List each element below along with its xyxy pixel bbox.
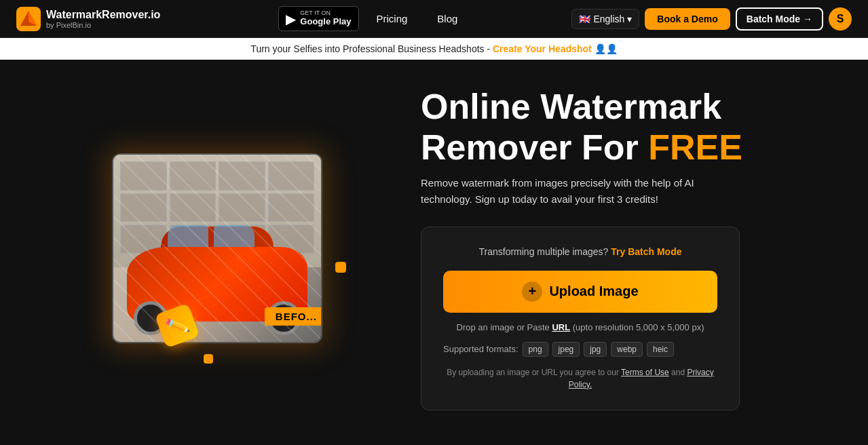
- bw: [219, 161, 265, 191]
- terms-of-use-link[interactable]: Terms of Use: [621, 368, 669, 377]
- demo-image-area: BEFO... ✏️: [41, 99, 394, 398]
- upload-btn-label: Upload Image: [549, 284, 638, 299]
- drop-text: Drop an image or Paste: [457, 322, 550, 332]
- avatar[interactable]: S: [829, 7, 852, 31]
- format-heic: heic: [647, 342, 674, 357]
- google-play-icon: ▶: [286, 11, 296, 27]
- url-paste-link[interactable]: URL: [552, 322, 570, 332]
- bw: [120, 161, 167, 191]
- hero-right: Online Watermark Remover For FREE Remove…: [421, 87, 814, 410]
- chevron-down-icon: ▾: [627, 14, 632, 24]
- hero-title-free: FREE: [648, 128, 742, 167]
- format-jpeg: jpeg: [552, 342, 580, 357]
- before-badge: BEFO...: [265, 307, 322, 326]
- logo-title: WatermarkRemover.io: [46, 8, 160, 21]
- accent-square-4: [204, 354, 213, 364]
- bw: [120, 193, 167, 222]
- logo-sub: by PixelBin.io: [46, 21, 160, 29]
- batch-mode-button[interactable]: Batch Mode →: [736, 7, 823, 31]
- navbar-center: ▶ GET IT ON Google Play Pricing Blog: [176, 6, 571, 31]
- batch-prompt-row: Transforming multiple images? Try Batch …: [443, 246, 717, 257]
- batch-prompt-text: Transforming multiple images?: [478, 246, 608, 257]
- flag-icon: 🇬🇧: [579, 14, 590, 24]
- bw: [170, 161, 216, 191]
- book-demo-button[interactable]: Book a Demo: [645, 8, 730, 30]
- hero-title-line1: Online Watermark: [421, 87, 721, 126]
- upload-image-button[interactable]: + Upload Image: [443, 271, 717, 313]
- plus-icon: +: [522, 282, 542, 302]
- drop-text-row: Drop an image or Paste URL (upto resolut…: [443, 322, 717, 332]
- nav-pricing[interactable]: Pricing: [364, 9, 420, 28]
- navbar: WatermarkRemover.io by PixelBin.io ▶ GET…: [0, 0, 868, 38]
- format-png: png: [523, 342, 548, 357]
- bw: [219, 193, 265, 222]
- announcement-link[interactable]: Create Your Headshot: [493, 43, 592, 54]
- language-selector[interactable]: 🇬🇧 English ▾: [571, 9, 639, 29]
- bw: [170, 193, 216, 222]
- nav-blog[interactable]: Blog: [425, 9, 470, 28]
- format-webp: webp: [611, 342, 643, 357]
- upload-card: Transforming multiple images? Try Batch …: [421, 227, 740, 410]
- lang-label: English: [593, 14, 624, 24]
- hero-title: Online Watermark Remover For FREE: [421, 87, 814, 168]
- formats-row: Supported formats: png jpeg jpg webp hei…: [443, 342, 717, 357]
- drop-resolution: (upto resolution 5,000 x 5,000 px): [573, 322, 704, 332]
- format-jpg: jpg: [584, 342, 607, 357]
- bw: [268, 161, 315, 191]
- tos-row: By uploading an image or URL you agree t…: [443, 366, 717, 391]
- google-play-badge[interactable]: ▶ GET IT ON Google Play: [278, 6, 358, 31]
- hero-description: Remove watermark from images precisely w…: [421, 175, 719, 208]
- gp-get-text: GET IT ON: [300, 10, 351, 16]
- gp-name-text: Google Play: [300, 16, 351, 27]
- headshot-icons: 👤👤: [595, 43, 618, 54]
- hero-section: BEFO... ✏️ Online Watermark Remover For …: [0, 60, 868, 438]
- bw: [268, 193, 315, 222]
- hero-title-line2: Remover For: [421, 128, 648, 167]
- formats-label: Supported formats:: [443, 344, 518, 354]
- try-batch-mode-link[interactable]: Try Batch Mode: [611, 246, 681, 257]
- announcement-bar: Turn your Selfies into Professional Busi…: [0, 38, 868, 60]
- accent-square-3: [335, 262, 346, 273]
- logo-icon: [16, 7, 41, 31]
- logo[interactable]: WatermarkRemover.io by PixelBin.io: [16, 7, 160, 31]
- navbar-right: 🇬🇧 English ▾ Book a Demo Batch Mode → S: [571, 7, 852, 31]
- bottom-section: The Ultimate Watermark Removal Tool: [0, 438, 868, 445]
- announcement-text: Turn your Selfies into Professional Busi…: [250, 43, 490, 54]
- demo-image-container: BEFO...: [112, 153, 322, 343]
